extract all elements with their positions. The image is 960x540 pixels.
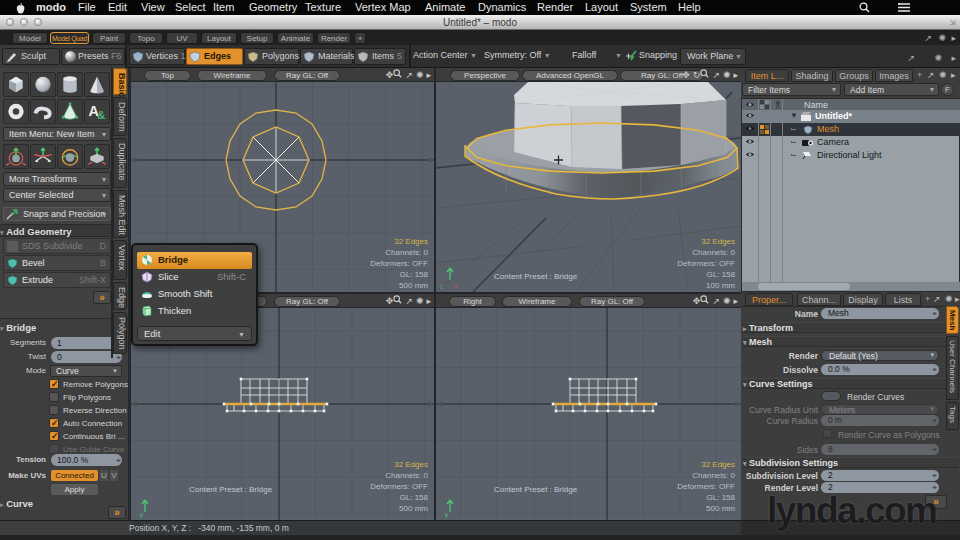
svg-text:x: x: [454, 283, 458, 290]
svg-text:z: z: [440, 283, 444, 290]
svg-text:Y: Y: [139, 512, 144, 519]
svg-text:&: &: [97, 109, 105, 121]
svg-text:Y: Y: [444, 512, 449, 519]
